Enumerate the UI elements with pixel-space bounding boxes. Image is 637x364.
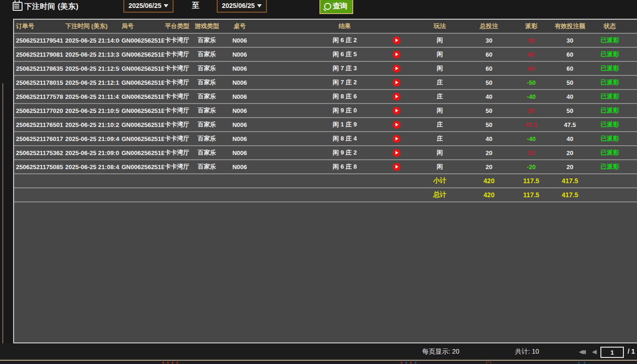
play-cell: 闲 <box>415 62 464 75</box>
query-button[interactable]: 查询 <box>319 0 353 14</box>
table_no-cell: N006 <box>224 104 256 117</box>
round-cell: GN006256251EO <box>120 90 164 103</box>
play-cell: 庄 <box>415 76 464 89</box>
bet-cell: 50 <box>464 118 514 131</box>
cut-cell <box>629 62 637 75</box>
valid-cell: 50 <box>549 76 591 89</box>
round-cell: GN006256251EJ <box>120 160 164 173</box>
table-row: 2506252117601772025-06-25 21:09:46GN0062… <box>14 132 637 146</box>
play-result-button[interactable] <box>393 37 401 45</box>
cut-cell <box>629 118 637 131</box>
search-icon <box>324 3 331 10</box>
play-cell: 闲 <box>415 146 464 159</box>
table-row: 2506252117536282025-06-25 21:09:01GN0062… <box>14 146 637 160</box>
date-from-value: 2025/06/25 <box>129 2 161 9</box>
total-row-time <box>63 188 120 201</box>
page-number-input[interactable] <box>600 347 624 358</box>
play-result-button[interactable] <box>393 121 401 129</box>
calendar-icon <box>13 2 23 11</box>
valid-cell: 30 <box>549 34 591 47</box>
sp-cell <box>256 34 312 47</box>
status-cell: 已派彩 <box>591 146 629 159</box>
subtotal-row-result <box>312 174 378 187</box>
order-cell: 250625211775786 <box>14 90 63 103</box>
query-button-label: 查询 <box>333 1 348 11</box>
result-video-cell <box>378 76 415 89</box>
result-cell: 闲 6 庄 2 <box>312 34 378 47</box>
platform-cell: 卡卡湾厅 <box>164 146 190 159</box>
status-cell: 已派彩 <box>591 90 629 103</box>
total-row: 总计420117.5417.5 <box>14 188 637 202</box>
date-range-to-label: 至 <box>192 1 199 11</box>
per-page-label: 每页显示: 20 <box>422 348 459 356</box>
play-result-button[interactable] <box>393 163 401 171</box>
round-cell: GN006256251EM <box>120 118 164 131</box>
game-cell: 百家乐 <box>190 104 224 117</box>
result-cell: 闲 9 庄 0 <box>312 104 378 117</box>
payout-cell: -50 <box>514 76 549 89</box>
play-result-button[interactable] <box>393 65 401 73</box>
play-cell: 闲 <box>415 48 464 61</box>
play-result-button[interactable] <box>393 107 401 115</box>
time-cell: 2025-06-25 21:14:06 <box>63 34 120 47</box>
play-result-button[interactable] <box>393 79 401 87</box>
game-cell: 百家乐 <box>190 90 224 103</box>
time-cell: 2025-06-25 21:12:59 <box>63 62 120 75</box>
play-result-button[interactable] <box>393 51 401 59</box>
round-cell: GN006256251EQ <box>120 62 164 75</box>
payout-cell: 60 <box>514 62 549 75</box>
cut-cell <box>629 90 637 103</box>
play-result-button[interactable] <box>393 149 401 157</box>
subtotal-row-cut <box>629 174 637 187</box>
sp-cell <box>256 118 312 131</box>
result-video-cell <box>378 104 415 117</box>
play-cell: 庄 <box>415 132 464 145</box>
table_no-cell: N006 <box>224 90 256 103</box>
total-row-play: 总计 <box>415 188 464 201</box>
bet-cell: 60 <box>464 62 514 75</box>
result-cell: 闲 7 庄 3 <box>312 62 378 75</box>
order-cell: 250625211795413 <box>14 34 63 47</box>
payout-cell: 50 <box>514 104 549 117</box>
table-empty-area <box>14 202 637 342</box>
subtotal-row-order <box>14 174 63 187</box>
table-row: 2506252117863522025-06-25 21:12:59GN0062… <box>14 62 637 76</box>
cut-cell <box>629 146 637 159</box>
bet-cell: 20 <box>464 146 514 159</box>
first-page-button[interactable]: ◀◀ <box>579 348 584 355</box>
time-cell: 2025-06-25 21:10:59 <box>63 104 120 117</box>
table_no-cell: N006 <box>224 132 256 145</box>
table-row: 2506252117954132025-06-25 21:14:06GN0062… <box>14 34 637 48</box>
sp-cell <box>256 76 312 89</box>
chevron-down-icon <box>257 4 262 7</box>
total-row-bet: 420 <box>464 188 514 201</box>
time-cell: 2025-06-25 21:11:41 <box>63 90 120 103</box>
play-result-button[interactable] <box>393 93 401 101</box>
result-cell: 闲 1 庄 9 <box>312 118 378 131</box>
column-header-order: 订单号 <box>14 20 63 33</box>
total-row-cut <box>629 188 637 201</box>
prev-page-button[interactable]: ◀ <box>592 348 597 355</box>
valid-cell: 20 <box>549 160 591 173</box>
subtotal-row-time <box>63 174 120 187</box>
valid-cell: 47.5 <box>549 118 591 131</box>
order-cell: 250625211765017 <box>14 118 63 131</box>
result-video-cell <box>378 132 415 145</box>
column-header-game: 游戏类型 <box>190 20 224 33</box>
betting-records-window: 下注时间 (美东) 2025/06/25 至 2025/06/25 查询 订单号… <box>0 0 637 364</box>
payout-cell: 20 <box>514 146 549 159</box>
play-result-button[interactable] <box>393 135 401 143</box>
subtotal-row-table_no <box>224 174 256 187</box>
round-cell: GN006256251EN <box>120 104 164 117</box>
date-from-select[interactable]: 2025/06/25 <box>123 0 174 13</box>
table-row: 2506252117508582025-06-25 21:08:42GN0062… <box>14 160 637 174</box>
column-header-cut <box>629 20 637 33</box>
time-cell: 2025-06-25 21:08:42 <box>63 160 120 173</box>
bet-cell: 20 <box>464 160 514 173</box>
game-cell: 百家乐 <box>190 132 224 145</box>
total-count-label: 共计: 10 <box>515 348 539 356</box>
column-header-bet: 总投注 <box>464 20 514 33</box>
valid-cell: 40 <box>549 132 591 145</box>
play-cell: 闲 <box>415 160 464 173</box>
date-to-select[interactable]: 2025/06/25 <box>217 0 267 13</box>
